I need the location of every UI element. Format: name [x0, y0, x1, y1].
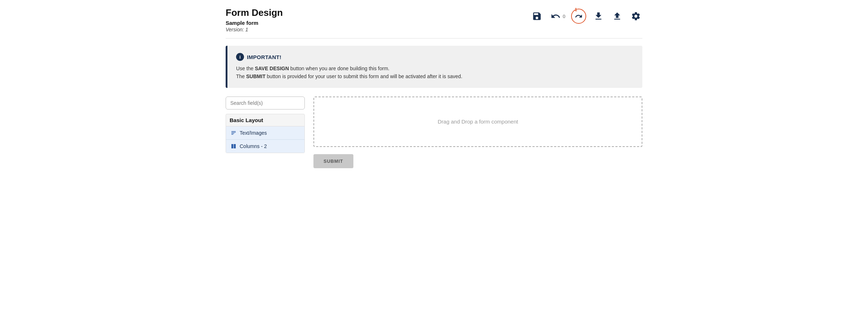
drop-zone-area: Drag and Drop a form component SUBMIT — [313, 97, 642, 168]
sidebar-item-columns-label: Columns - 2 — [240, 143, 267, 149]
sidebar-items: Text/Images Columns - 2 — [226, 126, 305, 153]
sidebar-item-columns[interactable]: Columns - 2 — [226, 140, 304, 153]
main-content: Basic Layout Text/Images — [226, 97, 642, 168]
drop-zone-placeholder: Drag and Drop a form component — [438, 118, 518, 125]
undo-button[interactable] — [549, 10, 562, 23]
text-image-icon — [230, 130, 237, 136]
redo-button[interactable]: 1 — [571, 9, 586, 24]
settings-button[interactable] — [629, 10, 642, 23]
submit-button[interactable]: SUBMIT — [313, 154, 353, 168]
search-input[interactable] — [230, 100, 300, 106]
columns-icon — [230, 143, 237, 149]
drop-zone[interactable]: Drag and Drop a form component — [313, 97, 642, 147]
page-title: Form Design — [226, 7, 283, 18]
search-wrapper[interactable] — [226, 97, 305, 109]
download-button[interactable] — [592, 10, 605, 23]
header-left: Form Design Sample form Version: 1 — [226, 7, 283, 32]
banner-body: Use the SAVE DESIGN button when you are … — [236, 64, 634, 81]
info-icon: i — [236, 53, 244, 61]
form-name: Sample form — [226, 20, 283, 26]
upload-button[interactable] — [611, 10, 624, 23]
form-version: Version: 1 — [226, 27, 283, 32]
sidebar-item-text-images-label: Text/Images — [240, 130, 267, 136]
save-button[interactable] — [530, 10, 543, 23]
undo-group: 0 — [549, 10, 565, 23]
banner-title: IMPORTANT! — [247, 54, 281, 60]
toolbar-actions: 0 1 — [530, 7, 642, 24]
info-banner: i IMPORTANT! Use the SAVE DESIGN button … — [226, 46, 642, 88]
undo-count: 0 — [563, 14, 565, 19]
sidebar-section-title: Basic Layout — [226, 114, 305, 126]
sidebar-item-text-images[interactable]: Text/Images — [226, 126, 304, 140]
page-header: Form Design Sample form Version: 1 0 — [226, 7, 642, 39]
sidebar: Basic Layout Text/Images — [226, 97, 305, 153]
redo-count: 1 — [575, 7, 577, 12]
banner-header: i IMPORTANT! — [236, 53, 634, 61]
